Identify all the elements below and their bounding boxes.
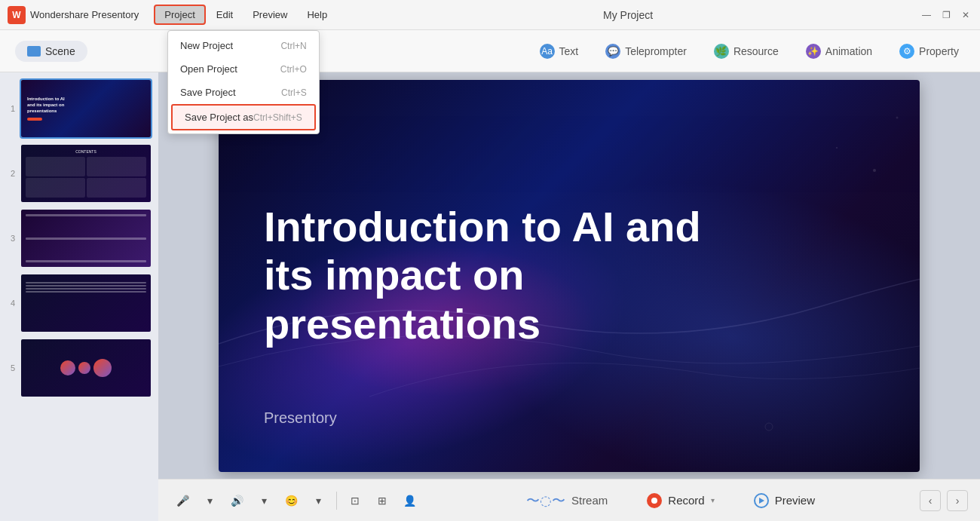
stream-button[interactable]: 〜◌〜 Stream (514, 487, 620, 514)
slide-4-line-3 (26, 288, 146, 290)
menu-edit[interactable]: Edit (207, 6, 242, 23)
slide-4-line-1 (26, 282, 146, 283)
slide-item-1[interactable]: 1 Introduction to AIand its impact onpre… (6, 78, 152, 139)
tab-text[interactable]: Aa Text (534, 41, 585, 62)
window-controls: — ❐ ✕ (920, 8, 972, 22)
window-title: My Project (336, 9, 920, 21)
slide-number-4: 4 (6, 299, 15, 308)
scene-icon (27, 46, 41, 57)
slide-thumb-4[interactable] (20, 273, 152, 333)
save-project-label: Save Project (180, 87, 236, 98)
slide-5-circle-1 (60, 360, 75, 375)
slide-item-5[interactable]: 5 (6, 338, 152, 398)
menu-preview[interactable]: Preview (243, 6, 296, 23)
record-icon (647, 493, 662, 508)
save-project-as-item[interactable]: Save Project as Ctrl+Shift+S (171, 104, 316, 130)
tab-teleprompter-label: Teleprompter (625, 45, 687, 57)
slide-2-cell-1 (26, 157, 85, 176)
microphone-dropdown[interactable]: ▾ (198, 489, 222, 513)
record-label: Record (668, 494, 704, 507)
tab-property-label: Property (919, 45, 959, 57)
new-project-shortcut: Ctrl+N (280, 41, 306, 51)
menu-project[interactable]: Project (154, 5, 205, 25)
record-button[interactable]: Record ▾ (635, 489, 726, 513)
save-project-shortcut: Ctrl+S (281, 87, 307, 98)
nav-next-button[interactable]: › (947, 490, 968, 511)
tab-animation-label: Animation (825, 45, 872, 57)
slide-thumb-1[interactable]: Introduction to AIand its impact onprese… (20, 78, 152, 139)
slide-2-cell-3 (26, 178, 85, 198)
slide-item-3[interactable]: 3 (6, 208, 152, 268)
slide-subtitle: Presentory (264, 409, 337, 427)
slide-panel: 1 Introduction to AIand its impact onpre… (0, 72, 158, 521)
slide-3-bar-2 (26, 238, 146, 240)
minimize-button[interactable]: — (920, 8, 933, 22)
tab-teleprompter[interactable]: 💬 Teleprompter (599, 41, 693, 62)
slide-5-circle-3 (93, 359, 112, 377)
slide-4-lines (26, 282, 146, 293)
slide-number-1: 1 (6, 104, 15, 113)
settings-dropdown[interactable]: ▾ (306, 489, 330, 513)
bottom-separator-1 (336, 492, 337, 510)
save-project-item[interactable]: Save Project Ctrl+S (168, 81, 319, 104)
toolbar: Scene Aa Text 💬 Teleprompter 🌿 Resource … (0, 30, 980, 72)
resource-icon: 🌿 (714, 44, 729, 59)
scene-button[interactable]: Scene (15, 41, 87, 62)
slide-thumb-2[interactable]: CONTENTS (20, 143, 152, 204)
preview-button[interactable]: Preview (742, 489, 827, 513)
settings-button[interactable]: 😊 (279, 489, 303, 513)
app-logo-icon: W (8, 6, 26, 24)
slide-item-2[interactable]: 2 CONTENTS (6, 143, 152, 204)
bottom-actions: 〜◌〜 Stream Record ▾ Preview (514, 487, 827, 514)
slide-thumb-3[interactable] (20, 208, 152, 268)
stream-label: Stream (571, 494, 608, 507)
animation-icon: ✨ (806, 44, 821, 59)
view-btn-3[interactable]: 👤 (397, 489, 421, 513)
slide-2-cell-4 (87, 178, 146, 198)
slide-thumb-inner-1: Introduction to AIand its impact onprese… (21, 80, 151, 137)
slide-4-line-2 (26, 285, 146, 287)
slide-thumb-inner-4 (21, 274, 151, 332)
save-project-as-label: Save Project as (185, 112, 253, 123)
slide-number-2: 2 (6, 169, 15, 178)
view-btn-2[interactable]: ⊞ (370, 489, 394, 513)
slide-canvas[interactable]: Introduction to AI and its impact on pre… (219, 80, 920, 472)
slide-1-thumb-title: Introduction to AIand its impact onprese… (27, 97, 65, 114)
slide-5-circle-2 (78, 362, 90, 374)
slide-item-4[interactable]: 4 (6, 273, 152, 333)
app-logo: W Wondershare Presentory (8, 6, 139, 24)
slide-4-line-4 (26, 291, 146, 293)
record-inner (651, 498, 657, 504)
slide-thumb-inner-5 (21, 339, 151, 397)
bottom-nav: ‹ › (920, 490, 968, 511)
property-icon: ⚙ (899, 44, 914, 59)
slide-number-5: 5 (6, 363, 15, 372)
slide-content: Introduction to AI and its impact on pre… (219, 80, 920, 472)
tab-resource[interactable]: 🌿 Resource (708, 41, 785, 62)
nav-prev-button[interactable]: ‹ (920, 490, 941, 511)
tab-animation[interactable]: ✨ Animation (800, 41, 878, 62)
slide-3-bar-1 (26, 214, 146, 216)
microphone-button[interactable]: 🎤 (170, 489, 194, 513)
new-project-item[interactable]: New Project Ctrl+N (168, 34, 319, 57)
view-btn-1[interactable]: ⊡ (343, 489, 367, 513)
volume-button[interactable]: 🔊 (225, 489, 249, 513)
preview-label: Preview (775, 494, 815, 507)
project-dropdown-menu: New Project Ctrl+N Open Project Ctrl+O S… (167, 30, 320, 134)
tab-resource-label: Resource (733, 45, 779, 57)
maximize-button[interactable]: ❐ (939, 8, 953, 22)
slide-thumb-5[interactable] (20, 338, 152, 398)
menu-bar: Project Edit Preview Help (154, 5, 336, 25)
save-project-as-shortcut: Ctrl+Shift+S (253, 112, 302, 123)
menu-help[interactable]: Help (298, 6, 336, 23)
close-button[interactable]: ✕ (959, 8, 972, 22)
record-dropdown-arrow[interactable]: ▾ (711, 496, 715, 504)
volume-dropdown[interactable]: ▾ (252, 489, 276, 513)
tab-property[interactable]: ⚙ Property (893, 41, 965, 62)
scene-button-label: Scene (45, 45, 75, 57)
open-project-item[interactable]: Open Project Ctrl+O (168, 57, 319, 81)
title-bar: W Wondershare Presentory Project Edit Pr… (0, 0, 980, 30)
stream-icon: 〜◌〜 (526, 492, 565, 510)
tab-text-label: Text (559, 45, 579, 57)
preview-icon (754, 493, 769, 508)
